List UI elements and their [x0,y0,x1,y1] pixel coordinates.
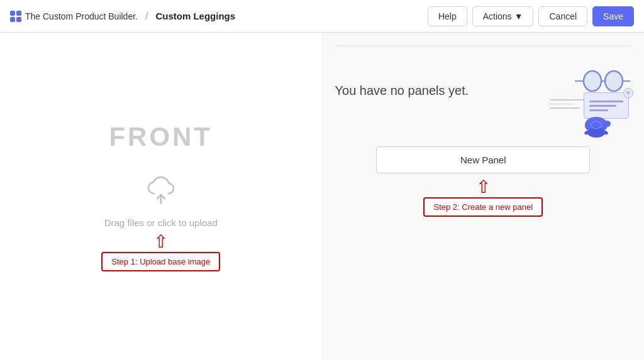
app-logo: The Custom Product Builder. [10,11,138,22]
card-icon: ✕ [584,92,629,119]
right-bottom: New Panel ⇧ Step 2: Create a new panel [335,146,632,229]
header-actions: Help Actions ▼ Cancel Save [428,6,634,26]
actions-label: Actions [483,11,512,21]
step2-arrow-icon: ⇧ [476,178,491,196]
step1-annotation: ⇧ Step 1: Upload base image [101,233,220,271]
turtle-icon [580,116,613,140]
actions-button[interactable]: Actions ▼ [472,6,534,26]
header: The Custom Product Builder. / Custom Leg… [0,0,644,33]
main-content: FRONT Drag files or click to upload ⇧ St… [0,33,644,360]
svg-point-9 [604,121,611,127]
cancel-button[interactable]: Cancel [538,6,587,26]
illustration: ✕ [550,65,631,140]
step2-label: Step 2: Create a new panel [423,197,543,217]
svg-point-1 [584,71,601,91]
chevron-down-icon: ▼ [514,11,523,21]
upload-area[interactable]: Drag files or click to upload [104,171,218,228]
logo-icon [10,11,21,22]
upload-cloud-icon [141,171,181,210]
new-panel-button[interactable]: New Panel [376,146,590,173]
step2-annotation: ⇧ Step 2: Create a new panel [423,178,543,217]
right-panel: You have no panels yet. [323,33,645,360]
save-button[interactable]: Save [592,6,634,26]
svg-point-3 [605,71,623,91]
left-panel: FRONT Drag files or click to upload ⇧ St… [0,33,323,360]
decoration-lines [550,99,584,109]
app-name: The Custom Product Builder. [25,11,138,21]
header-left: The Custom Product Builder. / Custom Leg… [10,11,235,22]
step1-label: Step 1: Upload base image [101,252,220,271]
upload-text: Drag files or click to upload [104,217,218,228]
front-label: FRONT [109,122,213,152]
top-border [335,45,632,46]
no-panels-area: You have no panels yet. [335,58,632,146]
step1-arrow-icon: ⇧ [153,233,168,251]
help-button[interactable]: Help [428,6,467,26]
right-content: You have no panels yet. [335,58,632,347]
page-title: Custom Leggings [155,11,235,21]
breadcrumb-separator: / [145,11,148,22]
no-panels-text: You have no panels yet. [335,65,469,98]
